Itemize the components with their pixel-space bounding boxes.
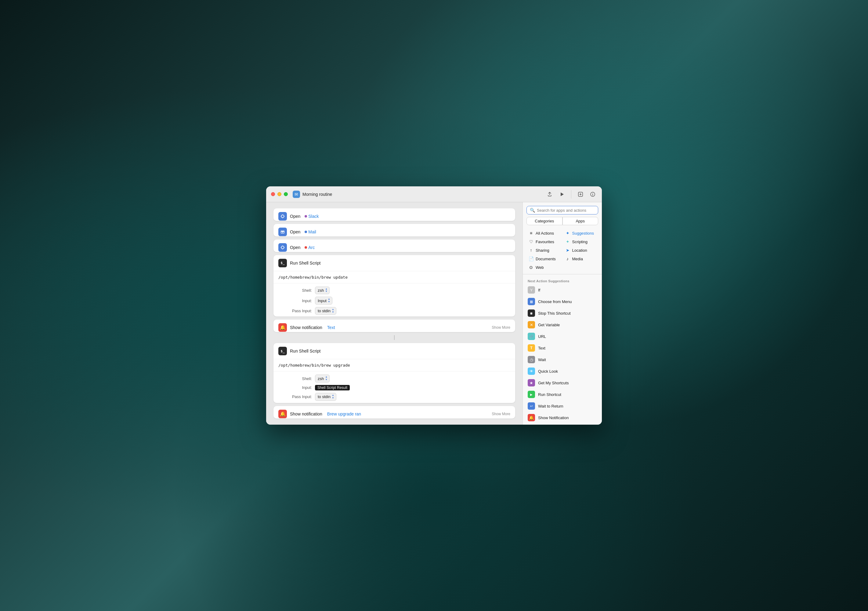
action-open-mail: Open Mail xyxy=(273,224,515,236)
close-button[interactable] xyxy=(271,192,275,196)
tab-bar: Categories Apps xyxy=(523,217,602,228)
url-icon: 🔗 xyxy=(528,333,535,340)
pass-select-2[interactable]: to stdin ▲▼ xyxy=(315,393,336,401)
suggestion-if[interactable]: Y If xyxy=(523,284,602,296)
notif-1-title: Show notification xyxy=(290,325,322,330)
slack-dot xyxy=(305,215,307,218)
tab-categories[interactable]: Categories xyxy=(527,217,563,225)
suggestion-stop-shortcut[interactable]: ■ Stop This Shortcut xyxy=(523,307,602,319)
show-notif-label: Show Notification xyxy=(538,415,569,420)
category-web[interactable]: ⊙ Web xyxy=(527,264,562,271)
search-input[interactable] xyxy=(537,208,595,213)
suggestion-get-shortcuts[interactable]: ★ Get My Shortcuts xyxy=(523,377,602,389)
action-open-arc: Open Arc xyxy=(273,239,515,252)
shell-value-1: zsh xyxy=(318,288,324,293)
minimize-button[interactable] xyxy=(277,192,281,196)
category-favourites[interactable]: ♡ Favourites xyxy=(527,238,562,245)
suggestion-choose-menu[interactable]: ▦ Choose from Menu xyxy=(523,296,602,307)
get-shortcuts-icon: ★ xyxy=(528,379,535,386)
suggestion-wait[interactable]: ◷ Wait xyxy=(523,354,602,365)
sharing-label: Sharing xyxy=(536,248,549,253)
shell-select-1[interactable]: zsh ▲▼ xyxy=(315,286,330,294)
wait-icon: ◷ xyxy=(528,356,535,363)
category-all-actions[interactable]: ≡ All Actions xyxy=(527,229,562,237)
open-mail-title: Open xyxy=(290,229,300,234)
category-documents[interactable]: 📄 Documents xyxy=(527,255,562,263)
pass-select-1[interactable]: to stdin ▲▼ xyxy=(315,307,336,315)
notif-1-param[interactable]: Text xyxy=(327,325,335,330)
category-scripting[interactable]: ✦ Scripting xyxy=(563,238,598,245)
get-shortcuts-label: Get My Shortcuts xyxy=(538,381,569,385)
wait-return-label: Wait to Return xyxy=(538,404,563,409)
add-to-dock-button[interactable] xyxy=(576,190,585,199)
shell-brew-update-form: Shell: zsh ▲▼ Input: Input ▲▼ xyxy=(273,283,515,317)
traffic-lights xyxy=(271,192,288,196)
notif-2-show-more[interactable]: Show More xyxy=(492,412,510,416)
web-icon: ⊙ xyxy=(528,265,534,270)
titlebar-actions xyxy=(546,190,597,199)
open-slack-app[interactable]: Slack xyxy=(308,214,319,219)
suggestion-get-variable[interactable]: ✕ Get Variable xyxy=(523,319,602,331)
suggestions-section-header: Next Action Suggestions xyxy=(523,277,602,284)
documents-label: Documents xyxy=(536,257,556,261)
suggestion-url[interactable]: 🔗 URL xyxy=(523,331,602,342)
svg-rect-6 xyxy=(281,246,284,249)
open-slack-title: Open xyxy=(290,214,300,219)
suggestion-wait-return[interactable]: ↩ Wait to Return xyxy=(523,400,602,412)
stop-shortcut-label: Stop This Shortcut xyxy=(538,311,571,316)
suggestion-show-notification[interactable]: 🔔 Show Notification xyxy=(523,412,602,423)
search-icon: 🔍 xyxy=(530,208,535,213)
input-token-2[interactable]: Shell Script Result xyxy=(315,385,350,390)
suggestion-comment[interactable]: ≡ Comment xyxy=(523,423,602,424)
scripting-label: Scripting xyxy=(572,239,588,244)
notif-1-show-more[interactable]: Show More xyxy=(492,325,510,330)
input-select-1[interactable]: Input ▲▼ xyxy=(315,297,332,305)
play-button[interactable] xyxy=(558,190,566,199)
suggestion-run-shortcut[interactable]: ▶ Run Shortcut xyxy=(523,389,602,400)
if-icon: Y xyxy=(528,286,535,294)
shell-icon-2: $_ xyxy=(278,347,287,355)
url-label: URL xyxy=(538,334,546,339)
pass-label-2: Pass Input: xyxy=(278,394,312,399)
shell-brew-upgrade-code: /opt/homebrew/bin/brew upgrade xyxy=(273,359,515,372)
pass-arrows-1: ▲▼ xyxy=(332,308,334,314)
run-shortcut-icon: ▶ xyxy=(528,391,535,398)
sharing-icon: ↑ xyxy=(528,248,534,253)
category-location[interactable]: ➤ Location xyxy=(563,247,598,254)
action-open-slack: Open Slack xyxy=(273,208,515,221)
pass-value-1: to stdin xyxy=(318,309,330,313)
shell-arrows-1: ▲▼ xyxy=(325,288,327,293)
pass-value-2: to stdin xyxy=(318,394,330,399)
search-box: 🔍 xyxy=(523,202,602,217)
suggestion-quick-look[interactable]: 👁 Quick Look xyxy=(523,365,602,377)
svg-rect-4 xyxy=(281,215,284,218)
notif-2-title: Show notification xyxy=(290,412,322,417)
shell-value-2: zsh xyxy=(318,376,324,381)
shell-select-2[interactable]: zsh ▲▼ xyxy=(315,375,330,382)
input-label-1: Input: xyxy=(278,299,312,303)
all-actions-label: All Actions xyxy=(536,231,554,236)
handle-bar-2 xyxy=(394,335,395,340)
if-label: If xyxy=(538,288,540,292)
category-media[interactable]: ♪ Media xyxy=(563,255,598,263)
media-label: Media xyxy=(572,257,583,261)
text-icon: T xyxy=(528,344,535,351)
notif-2-param[interactable]: Brew upgrade ran xyxy=(327,412,361,417)
arc-dot xyxy=(305,246,307,249)
search-input-wrap[interactable]: 🔍 xyxy=(527,206,598,215)
info-button[interactable] xyxy=(589,190,597,199)
stop-shortcut-icon: ■ xyxy=(528,309,535,317)
shell-brew-upgrade-title: Run Shell Script xyxy=(290,348,321,353)
maximize-button[interactable] xyxy=(284,192,288,196)
share-button[interactable] xyxy=(546,190,554,199)
open-arc-app[interactable]: Arc xyxy=(308,245,315,250)
open-mail-app[interactable]: Mail xyxy=(308,229,316,234)
input-value-2: Shell Script Result xyxy=(318,386,347,390)
suggestion-text[interactable]: T Text xyxy=(523,342,602,354)
pass-label-1: Pass Input: xyxy=(278,309,312,313)
shell-form2-row-input: Input: Shell Script Result xyxy=(278,385,510,390)
category-sharing[interactable]: ↑ Sharing xyxy=(527,247,562,254)
category-suggestions[interactable]: ✦ Suggestions xyxy=(563,229,598,237)
shell-brew-upgrade: $_ Run Shell Script /opt/homebrew/bin/br… xyxy=(273,343,515,403)
tab-apps[interactable]: Apps xyxy=(563,217,598,225)
